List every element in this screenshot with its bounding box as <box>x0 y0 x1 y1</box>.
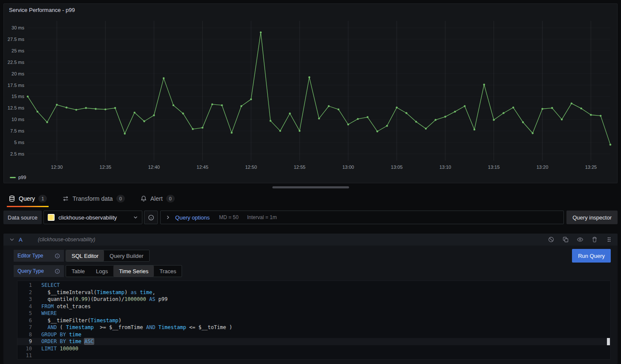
line-number: 2 <box>17 289 32 296</box>
tab-count-badge: 0 <box>116 195 125 202</box>
code-line-10[interactable]: 10LIMIT 100000 <box>17 345 610 352</box>
datasource-help-button[interactable] <box>144 211 158 224</box>
query-type-label-text: Query Type <box>17 268 44 274</box>
drag-handle-icon[interactable] <box>606 236 612 243</box>
svg-text:30 ms: 30 ms <box>12 25 24 30</box>
code-line-11[interactable]: 11 <box>17 352 610 359</box>
line-number: 10 <box>17 345 32 352</box>
svg-text:7.5 ms: 7.5 ms <box>10 128 25 133</box>
line-number: 9 <box>17 338 32 345</box>
duplicate-query-icon[interactable] <box>562 236 569 243</box>
svg-text:15 ms: 15 ms <box>12 94 24 99</box>
tab-count-badge: 1 <box>38 195 47 202</box>
chart-legend: p99 <box>4 173 617 182</box>
radio-logs[interactable]: Logs <box>90 266 113 277</box>
line-number: 8 <box>17 331 32 338</box>
svg-text:12.5 ms: 12.5 ms <box>8 105 25 110</box>
query-type-radio-group: Table Logs Time Series Traces <box>66 265 182 277</box>
svg-text:12:55: 12:55 <box>294 165 306 170</box>
tab-query[interactable]: Query 1 <box>7 190 49 207</box>
svg-text:20 ms: 20 ms <box>12 71 24 76</box>
code-line-3[interactable]: 3 quantile(0.99)(Duration)/1000000 AS p9… <box>17 296 610 303</box>
code-line-1[interactable]: 1SELECT <box>17 282 610 289</box>
transform-icon <box>62 195 69 202</box>
query-row-header[interactable]: A (clickhouse-observability) <box>3 234 618 246</box>
svg-text:12:40: 12:40 <box>148 165 160 170</box>
radio-traces[interactable]: Traces <box>154 266 182 277</box>
svg-text:25 ms: 25 ms <box>12 48 24 53</box>
horizontal-scrollbar[interactable] <box>3 186 618 188</box>
svg-text:13:25: 13:25 <box>585 165 597 170</box>
chevron-down-icon <box>133 214 139 220</box>
chart-panel: Service Performance - p99 12:3012:3512:4… <box>3 3 618 183</box>
database-icon <box>9 195 15 202</box>
query-toolbar: Data source clickhouse-observability Que… <box>3 211 618 224</box>
code-line-7[interactable]: 7 AND ( Timestamp >= $__fromTime AND Tim… <box>17 324 610 331</box>
code-line-8[interactable]: 8GROUP BY time <box>17 331 610 338</box>
datasource-value: clickhouse-observability <box>58 214 129 221</box>
overview-ruler-cursor <box>607 338 610 345</box>
info-circle-icon[interactable] <box>55 253 60 259</box>
code-line-6[interactable]: 6 $__timeFilter(Timestamp) <box>17 317 610 324</box>
timeseries-chart[interactable]: 12:3012:3512:4012:4512:5012:5513:0013:05… <box>4 16 617 173</box>
eye-icon[interactable] <box>577 236 583 243</box>
code-line-5[interactable]: 5WHERE <box>17 310 610 317</box>
query-row-card: A (clickhouse-observability) <box>3 234 618 364</box>
radio-time-series[interactable]: Time Series <box>113 266 154 277</box>
radio-query-builder[interactable]: Query Builder <box>104 250 149 261</box>
tab-transform-data[interactable]: Transform data 0 <box>61 190 127 207</box>
collapse-chevron-icon[interactable] <box>9 236 15 243</box>
legend-series-swatch <box>10 177 16 178</box>
code-line-4[interactable]: 4FROM otel_traces <box>17 303 610 310</box>
grafana-query-editor-page: Service Performance - p99 12:3012:3512:4… <box>0 0 621 364</box>
line-number: 4 <box>17 303 32 310</box>
sql-code: 1SELECT2 $__timeInterval(Timestamp) as t… <box>17 281 610 359</box>
svg-text:13:00: 13:00 <box>342 165 354 170</box>
svg-text:13:15: 13:15 <box>488 165 500 170</box>
svg-text:22.5 ms: 22.5 ms <box>8 60 25 65</box>
svg-text:13:20: 13:20 <box>537 165 549 170</box>
info-circle-icon <box>148 214 154 221</box>
query-inspector-button[interactable]: Query inspector <box>566 211 618 224</box>
legend-item-p99[interactable]: p99 <box>10 175 26 180</box>
editor-tabs: Query 1 Transform data 0 Alert 0 <box>3 190 618 207</box>
query-type-row: Query Type Table Logs Time Series Traces <box>14 265 611 277</box>
query-datasource-hint: (clickhouse-observability) <box>38 237 95 243</box>
chevron-right-icon <box>165 214 171 220</box>
interval-value: Interval = 1m <box>247 214 277 220</box>
editor-type-label-text: Editor Type <box>17 253 43 259</box>
sql-editor[interactable]: 1SELECT2 $__timeInterval(Timestamp) as t… <box>17 280 611 360</box>
line-number: 7 <box>17 324 32 331</box>
query-editor-body: Editor Type SQL Editor Query Builder Run… <box>3 246 618 364</box>
max-datapoints-value: MD = 50 <box>219 214 239 220</box>
line-number: 3 <box>17 296 32 303</box>
svg-text:17.5 ms: 17.5 ms <box>8 83 25 88</box>
svg-text:10 ms: 10 ms <box>12 117 24 122</box>
run-query-button[interactable]: Run Query <box>572 249 611 263</box>
clickhouse-logo-icon <box>47 214 55 221</box>
editor-type-radio-group: SQL Editor Query Builder <box>66 250 150 262</box>
query-ref-id: A <box>19 237 23 243</box>
tab-label: Query <box>19 195 35 202</box>
svg-text:12:45: 12:45 <box>196 165 208 170</box>
radio-table[interactable]: Table <box>66 266 90 277</box>
datasource-picker[interactable]: clickhouse-observability <box>43 211 142 224</box>
code-line-9[interactable]: 9ORDER BY time ASC <box>17 338 610 345</box>
editor-type-row: Editor Type SQL Editor Query Builder Run… <box>14 249 611 263</box>
disable-query-icon[interactable] <box>548 236 555 243</box>
svg-text:12:50: 12:50 <box>245 165 257 170</box>
bell-icon <box>140 195 147 202</box>
scrollbar-thumb[interactable] <box>272 186 349 188</box>
datasource-label: Data source <box>3 211 42 224</box>
tab-alert[interactable]: Alert 0 <box>139 190 176 207</box>
info-circle-icon[interactable] <box>55 269 60 274</box>
trash-icon[interactable] <box>591 236 598 243</box>
code-line-2[interactable]: 2 $__timeInterval(Timestamp) as time, <box>17 289 610 296</box>
legend-series-label: p99 <box>18 175 26 180</box>
svg-text:2.5 ms: 2.5 ms <box>10 151 25 156</box>
panel-title: Service Performance - p99 <box>4 4 617 16</box>
tab-count-badge: 0 <box>166 195 175 202</box>
query-options-row[interactable]: Query options MD = 50 Interval = 1m <box>160 211 564 224</box>
query-options-link[interactable]: Query options <box>175 214 210 221</box>
radio-sql-editor[interactable]: SQL Editor <box>66 250 104 261</box>
